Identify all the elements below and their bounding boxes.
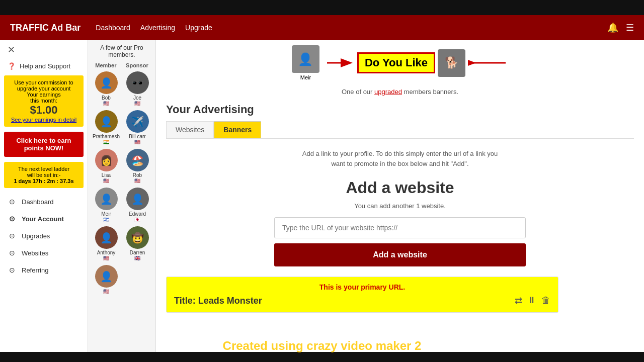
pro-member-row-1: 👤 Bob 🇺🇸 🕶️ Joe 🇺🇸 <box>91 71 153 106</box>
sidebar-item-label-dashboard: Dashboard <box>22 198 54 206</box>
avatar-anthony: 👤 <box>95 226 118 249</box>
sidebar-item-label-websites: Websites <box>22 249 48 257</box>
flag-darren: 🇬🇧 <box>124 255 151 261</box>
desc1: Add a link to your profile. To do this s… <box>302 150 498 157</box>
help-label: Help and Support <box>20 62 70 70</box>
delete-icon[interactable]: 🗑 <box>541 295 550 306</box>
flag-rob: 🇺🇸 <box>124 178 151 184</box>
sidebar-item-websites[interactable]: ⊙ Websites <box>0 244 88 261</box>
sidebar-item-dashboard[interactable]: ⊙ Dashboard <box>0 193 88 210</box>
name-anthony: Anthony <box>93 250 120 255</box>
name-darren: Darren <box>124 250 151 255</box>
flag-billcarr: 🇺🇸 <box>124 139 151 145</box>
member-anthony: 👤 Anthony 🇺🇸 <box>93 226 120 261</box>
sponsor-joe: 🕶️ Joe 🇺🇸 <box>124 71 151 106</box>
arrow-left-icon <box>468 55 508 70</box>
header-sponsor: Sponsor <box>126 62 148 68</box>
flag-lisa: 🇺🇸 <box>93 178 120 184</box>
pro-member-row-6: 👤 🇺🇸 <box>91 265 153 294</box>
commission-line4: this month: <box>8 98 79 104</box>
question-icon: ❓ <box>8 62 16 70</box>
tab-banners[interactable]: Banners <box>214 121 261 138</box>
sidebar-help[interactable]: ❓ Help and Support <box>0 59 88 73</box>
top-navigation: TRAFFIC Ad Bar Dashboard Advertising Upg… <box>0 15 644 40</box>
can-add-text: You can add another 1 website. <box>166 202 634 210</box>
avatar-joe: 🕶️ <box>126 71 149 94</box>
black-bottom-bar <box>0 352 644 362</box>
sidebar-item-upgrades[interactable]: ⊙ Upgrades <box>0 227 88 244</box>
upgraded-link[interactable]: upgraded <box>374 88 402 96</box>
tabs: Websites Banners <box>166 121 634 139</box>
menu-icon[interactable]: ☰ <box>626 22 634 33</box>
pro-member-row-5: 👤 Anthony 🇺🇸 🤠 Darren 🇬🇧 <box>91 226 153 261</box>
member-lisa: 👩 Lisa 🇺🇸 <box>93 149 120 184</box>
member-bob: 👤 Bob 🇺🇸 <box>93 71 120 106</box>
desc2: want to promote in the box below and hit… <box>331 160 468 167</box>
member-banner-name: Meir <box>300 74 311 80</box>
commission-line3: Your earnings <box>8 92 79 98</box>
primary-url-card: This is your primary URL. Title: Leads M… <box>166 277 558 313</box>
advertising-title: Your Advertising <box>166 103 634 116</box>
name-rob: Rob <box>124 172 151 178</box>
flag-meir: 🇮🇱 <box>93 217 120 222</box>
pro-panel-title: A few of our Pro members. <box>91 44 153 58</box>
name-billcarr: Bill carr <box>124 134 151 139</box>
earnings-amount: $1.00 <box>8 104 79 117</box>
referring-icon: ⊙ <box>8 265 17 275</box>
member-last: 👤 🇺🇸 <box>93 265 120 294</box>
name-lisa: Lisa <box>93 172 120 178</box>
sidebar-item-label-upgrades: Upgrades <box>22 232 50 240</box>
name-edward: Edward <box>124 211 151 217</box>
earn-points-box[interactable]: Click here to earn points NOW! <box>4 132 84 157</box>
flag-last: 🇺🇸 <box>93 289 120 294</box>
timer-box: The next level ladder will be set in:- 1… <box>4 162 84 188</box>
nav-advertising[interactable]: Advertising <box>140 24 175 32</box>
flag-prathamesh: 🇮🇳 <box>93 139 120 145</box>
advertising-description: Add a link to your profile. To do this s… <box>166 149 634 168</box>
member-meir: 👤 Meir 🇮🇱 <box>93 188 120 222</box>
flag-edward: 🇯🇵 <box>124 217 151 222</box>
flag-anthony: 🇺🇸 <box>93 255 120 261</box>
do-you-like-banner: Do You Like <box>357 52 435 73</box>
primary-url-label: This is your primary URL. <box>174 283 550 291</box>
bell-icon[interactable]: 🔔 <box>607 22 618 33</box>
avatar-rob: 🏖️ <box>126 149 149 171</box>
avatar-bob: 👤 <box>95 71 118 94</box>
avatar-lisa: 👩 <box>95 149 118 171</box>
sidebar-item-referring[interactable]: ⊙ Referring <box>0 261 88 279</box>
nav-dashboard[interactable]: Dashboard <box>96 24 130 32</box>
flag-joe: 🇺🇸 <box>124 101 151 106</box>
pro-member-row-4: 👤 Meir 🇮🇱 👤 Edward 🇯🇵 <box>91 188 153 222</box>
commission-line2: upgrade your account <box>8 85 79 92</box>
avatar-edward: 👤 <box>126 188 149 210</box>
member-banner-avatar: 👤 <box>292 45 319 73</box>
url-actions: ⇄ ⏸ 🗑 <box>515 295 550 306</box>
sponsor-edward: 👤 Edward 🇯🇵 <box>124 188 151 222</box>
commission-box: Use your commission to upgrade your acco… <box>4 75 84 127</box>
pro-members-panel: A few of our Pro members. Member Sponsor… <box>88 40 156 362</box>
timer-line2: will be set in:- <box>8 172 79 178</box>
sidebar-item-your-account[interactable]: ⊙ Your Account <box>0 210 88 227</box>
pro-members-header: Member Sponsor <box>91 62 153 68</box>
sidebar-close-button[interactable]: ✕ <box>0 40 88 59</box>
add-website-button[interactable]: Add a website <box>274 243 526 266</box>
header-member: Member <box>95 62 116 68</box>
main-content: 👤 Meir Do You Like 🐕 O <box>156 40 644 362</box>
commission-line1: Use your commission to <box>8 79 79 85</box>
upgraded-text: One of our upgraded members banners. <box>166 88 634 96</box>
avatar-billcarr: ✈️ <box>126 110 149 133</box>
timer-countdown: 1 days 17h : 2m : 37.3s <box>8 178 79 184</box>
nav-upgrade[interactable]: Upgrade <box>185 24 212 32</box>
tab-websites[interactable]: Websites <box>166 121 214 138</box>
pause-icon[interactable]: ⏸ <box>527 295 536 306</box>
flag-bob: 🇺🇸 <box>93 101 120 106</box>
banner-avatar2: 🐕 <box>438 49 465 77</box>
main-container: ✕ ❓ Help and Support Use your commission… <box>0 40 644 362</box>
see-earnings-link[interactable]: See your earnings in detail <box>8 117 79 123</box>
timer-line1: The next level ladder <box>8 166 79 172</box>
sidebar-item-label-referring: Referring <box>22 266 48 274</box>
url-input[interactable] <box>274 217 526 238</box>
swap-icon[interactable]: ⇄ <box>515 295 522 306</box>
member-prathamesh: 👤 Prathamesh 🇮🇳 <box>93 110 120 145</box>
websites-icon: ⊙ <box>8 248 17 257</box>
